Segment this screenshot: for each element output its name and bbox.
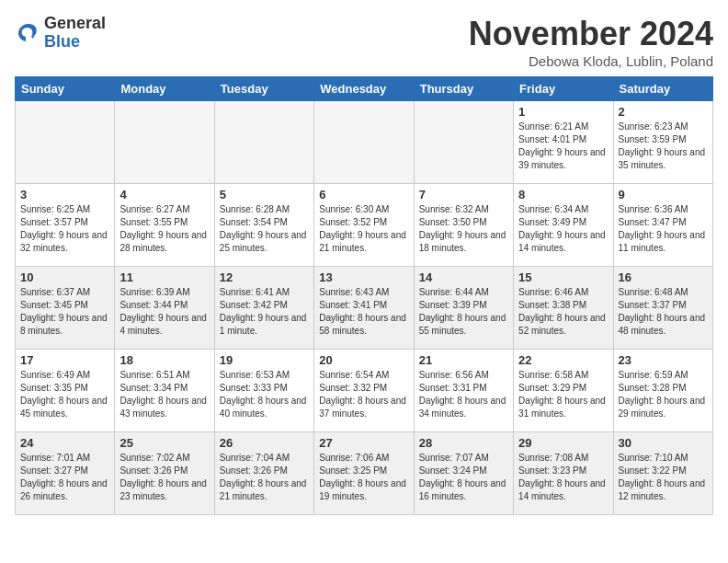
calendar-week-row: 10Sunrise: 6:37 AM Sunset: 3:45 PM Dayli… — [16, 267, 713, 350]
calendar-cell: 24Sunrise: 7:01 AM Sunset: 3:27 PM Dayli… — [16, 432, 115, 515]
calendar-cell: 12Sunrise: 6:41 AM Sunset: 3:42 PM Dayli… — [214, 267, 313, 350]
day-info: Sunrise: 6:56 AM Sunset: 3:31 PM Dayligh… — [419, 369, 508, 420]
calendar-cell: 26Sunrise: 7:04 AM Sunset: 3:26 PM Dayli… — [214, 432, 313, 515]
day-info: Sunrise: 6:23 AM Sunset: 3:59 PM Dayligh… — [619, 121, 708, 172]
day-number: 5 — [220, 188, 309, 201]
day-info: Sunrise: 6:49 AM Sunset: 3:35 PM Dayligh… — [20, 369, 109, 420]
day-number: 16 — [619, 270, 708, 284]
day-number: 7 — [419, 188, 508, 201]
day-info: Sunrise: 6:43 AM Sunset: 3:41 PM Dayligh… — [319, 286, 408, 338]
day-info: Sunrise: 7:04 AM Sunset: 3:26 PM Dayligh… — [220, 452, 309, 503]
calendar-cell: 7Sunrise: 6:32 AM Sunset: 3:50 PM Daylig… — [414, 184, 513, 267]
day-info: Sunrise: 7:10 AM Sunset: 3:22 PM Dayligh… — [619, 452, 708, 503]
day-info: Sunrise: 6:36 AM Sunset: 3:47 PM Dayligh… — [619, 203, 708, 255]
day-number: 28 — [419, 436, 508, 450]
logo-blue: Blue — [44, 32, 80, 51]
day-info: Sunrise: 6:58 AM Sunset: 3:29 PM Dayligh… — [518, 369, 608, 420]
day-number: 18 — [119, 353, 209, 367]
calendar-cell: 11Sunrise: 6:39 AM Sunset: 3:44 PM Dayli… — [115, 267, 214, 350]
calendar-cell: 29Sunrise: 7:08 AM Sunset: 3:23 PM Dayli… — [514, 432, 613, 515]
day-number: 26 — [220, 436, 309, 450]
calendar-cell — [115, 101, 214, 184]
day-number: 9 — [619, 188, 708, 201]
day-number: 10 — [20, 270, 109, 284]
calendar-week-row: 17Sunrise: 6:49 AM Sunset: 3:35 PM Dayli… — [16, 350, 713, 432]
calendar-cell — [414, 101, 513, 184]
logo-general: General — [44, 14, 106, 32]
day-number: 6 — [319, 188, 408, 201]
calendar-cell — [214, 101, 313, 184]
day-number: 25 — [119, 436, 209, 450]
day-info: Sunrise: 7:07 AM Sunset: 3:24 PM Dayligh… — [419, 452, 508, 503]
calendar-cell: 6Sunrise: 6:30 AM Sunset: 3:52 PM Daylig… — [314, 184, 414, 267]
calendar-cell: 17Sunrise: 6:49 AM Sunset: 3:35 PM Dayli… — [16, 350, 115, 432]
day-number: 22 — [518, 353, 608, 367]
calendar-cell — [16, 101, 115, 184]
day-number: 17 — [20, 353, 109, 367]
day-number: 3 — [20, 188, 109, 201]
day-number: 27 — [319, 436, 408, 450]
day-number: 29 — [518, 436, 608, 450]
calendar-cell: 14Sunrise: 6:44 AM Sunset: 3:39 PM Dayli… — [414, 267, 513, 350]
day-info: Sunrise: 6:53 AM Sunset: 3:33 PM Dayligh… — [220, 369, 309, 420]
weekday-header-sunday: Sunday — [16, 77, 115, 101]
calendar-week-row: 3Sunrise: 6:25 AM Sunset: 3:57 PM Daylig… — [16, 184, 713, 267]
day-number: 20 — [319, 353, 408, 367]
calendar-cell: 22Sunrise: 6:58 AM Sunset: 3:29 PM Dayli… — [514, 350, 613, 432]
weekday-header-saturday: Saturday — [613, 77, 712, 101]
calendar-cell: 13Sunrise: 6:43 AM Sunset: 3:41 PM Dayli… — [314, 267, 414, 350]
day-info: Sunrise: 6:27 AM Sunset: 3:55 PM Dayligh… — [119, 203, 209, 255]
calendar-cell: 27Sunrise: 7:06 AM Sunset: 3:25 PM Dayli… — [314, 432, 414, 515]
location: Debowa Kloda, Lublin, Poland — [469, 53, 713, 69]
day-number: 1 — [518, 105, 608, 119]
day-number: 21 — [419, 353, 508, 367]
day-info: Sunrise: 6:30 AM Sunset: 3:52 PM Dayligh… — [319, 203, 408, 255]
weekday-header-monday: Monday — [115, 77, 214, 101]
weekday-header-friday: Friday — [514, 77, 613, 101]
day-number: 15 — [518, 270, 608, 284]
calendar-cell: 18Sunrise: 6:51 AM Sunset: 3:34 PM Dayli… — [115, 350, 214, 432]
month-title: November 2024 — [469, 15, 713, 53]
day-number: 13 — [319, 270, 408, 284]
calendar-cell: 15Sunrise: 6:46 AM Sunset: 3:38 PM Dayli… — [514, 267, 613, 350]
calendar-cell: 1Sunrise: 6:21 AM Sunset: 4:01 PM Daylig… — [514, 101, 613, 184]
day-info: Sunrise: 6:37 AM Sunset: 3:45 PM Dayligh… — [20, 286, 109, 338]
day-info: Sunrise: 6:39 AM Sunset: 3:44 PM Dayligh… — [119, 286, 209, 338]
calendar-cell: 8Sunrise: 6:34 AM Sunset: 3:49 PM Daylig… — [514, 184, 613, 267]
day-number: 2 — [619, 105, 708, 119]
calendar-cell: 10Sunrise: 6:37 AM Sunset: 3:45 PM Dayli… — [16, 267, 115, 350]
weekday-header-thursday: Thursday — [414, 77, 513, 101]
calendar-cell: 2Sunrise: 6:23 AM Sunset: 3:59 PM Daylig… — [613, 101, 712, 184]
calendar-cell: 28Sunrise: 7:07 AM Sunset: 3:24 PM Dayli… — [414, 432, 513, 515]
title-block: November 2024 Debowa Kloda, Lublin, Pola… — [469, 15, 713, 69]
day-number: 4 — [119, 188, 209, 201]
day-info: Sunrise: 6:21 AM Sunset: 4:01 PM Dayligh… — [518, 121, 608, 172]
calendar-cell: 3Sunrise: 6:25 AM Sunset: 3:57 PM Daylig… — [16, 184, 115, 267]
day-info: Sunrise: 6:32 AM Sunset: 3:50 PM Dayligh… — [419, 203, 508, 255]
day-info: Sunrise: 7:06 AM Sunset: 3:25 PM Dayligh… — [319, 452, 408, 503]
calendar-week-row: 1Sunrise: 6:21 AM Sunset: 4:01 PM Daylig… — [16, 101, 713, 184]
day-info: Sunrise: 7:01 AM Sunset: 3:27 PM Dayligh… — [20, 452, 109, 503]
day-number: 8 — [518, 188, 608, 201]
day-number: 30 — [619, 436, 708, 450]
day-info: Sunrise: 6:51 AM Sunset: 3:34 PM Dayligh… — [119, 369, 209, 420]
day-info: Sunrise: 7:08 AM Sunset: 3:23 PM Dayligh… — [518, 452, 608, 503]
day-info: Sunrise: 6:46 AM Sunset: 3:38 PM Dayligh… — [518, 286, 608, 338]
logo-text: General Blue — [44, 15, 106, 52]
weekday-header-wednesday: Wednesday — [314, 77, 414, 101]
logo-bird-icon — [15, 20, 40, 46]
calendar-cell: 16Sunrise: 6:48 AM Sunset: 3:37 PM Dayli… — [613, 267, 712, 350]
calendar-cell: 25Sunrise: 7:02 AM Sunset: 3:26 PM Dayli… — [115, 432, 214, 515]
day-info: Sunrise: 7:02 AM Sunset: 3:26 PM Dayligh… — [119, 452, 209, 503]
day-info: Sunrise: 6:41 AM Sunset: 3:42 PM Dayligh… — [220, 286, 309, 338]
calendar-week-row: 24Sunrise: 7:01 AM Sunset: 3:27 PM Dayli… — [16, 432, 713, 515]
day-info: Sunrise: 6:54 AM Sunset: 3:32 PM Dayligh… — [319, 369, 408, 420]
day-number: 12 — [220, 270, 309, 284]
weekday-header-row: SundayMondayTuesdayWednesdayThursdayFrid… — [16, 77, 713, 101]
day-info: Sunrise: 6:28 AM Sunset: 3:54 PM Dayligh… — [220, 203, 309, 255]
day-info: Sunrise: 6:48 AM Sunset: 3:37 PM Dayligh… — [619, 286, 708, 338]
calendar-cell: 9Sunrise: 6:36 AM Sunset: 3:47 PM Daylig… — [613, 184, 712, 267]
calendar-table: SundayMondayTuesdayWednesdayThursdayFrid… — [15, 76, 713, 515]
calendar-cell: 20Sunrise: 6:54 AM Sunset: 3:32 PM Dayli… — [314, 350, 414, 432]
day-number: 11 — [119, 270, 209, 284]
